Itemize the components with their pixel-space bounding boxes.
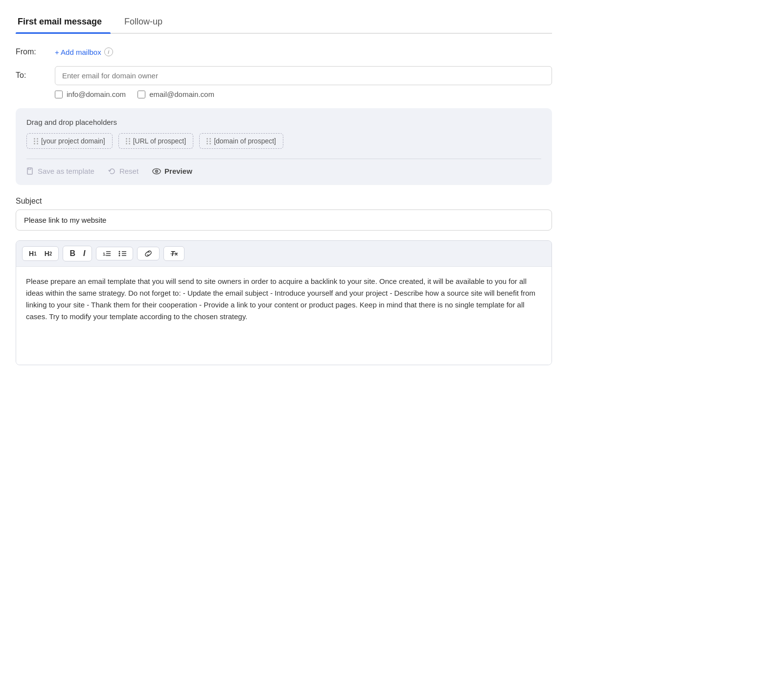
subject-input[interactable] bbox=[16, 210, 552, 231]
email-editor: H1 H2 B I 1. bbox=[16, 240, 552, 365]
link-group bbox=[137, 247, 160, 260]
h2-button[interactable]: H2 bbox=[41, 248, 56, 259]
unordered-list-button[interactable] bbox=[115, 248, 130, 259]
tab-followup[interactable]: Follow-up bbox=[122, 12, 171, 33]
text-style-group: B I bbox=[63, 246, 92, 261]
placeholder-panel: Drag and drop placeholders [your project… bbox=[16, 108, 552, 185]
to-row: To: info@domain.com email@domain.com bbox=[16, 66, 552, 98]
italic-button[interactable]: I bbox=[80, 247, 89, 260]
checkbox-info-email[interactable] bbox=[55, 91, 63, 98]
placeholder-chips: [your project domain] [URL of prospect] … bbox=[26, 133, 541, 149]
tab-bar: First email message Follow-up bbox=[16, 12, 552, 34]
ordered-list-button[interactable]: 1. bbox=[99, 248, 114, 259]
add-mailbox-button[interactable]: + Add mailbox bbox=[55, 48, 101, 56]
heading-group: H1 H2 bbox=[22, 246, 59, 261]
bold-button[interactable]: B bbox=[66, 247, 79, 260]
drag-icon bbox=[126, 138, 130, 144]
preview-icon bbox=[152, 168, 161, 175]
drag-icon bbox=[207, 138, 211, 144]
svg-point-10 bbox=[119, 253, 120, 255]
to-email-input[interactable] bbox=[55, 66, 552, 85]
to-label: To: bbox=[16, 66, 55, 80]
h1-button[interactable]: H1 bbox=[25, 248, 40, 259]
from-label: From: bbox=[16, 47, 55, 56]
checkbox-label-1: info@domain.com bbox=[67, 90, 126, 98]
placeholder-chip-project-domain[interactable]: [your project domain] bbox=[26, 133, 113, 149]
placeholder-chip-url-prospect[interactable]: [URL of prospect] bbox=[118, 133, 193, 149]
placeholder-chip-domain-prospect[interactable]: [domain of prospect] bbox=[199, 133, 283, 149]
subject-section: Subject bbox=[16, 197, 552, 240]
reset-icon bbox=[108, 167, 116, 175]
email-suggestions: info@domain.com email@domain.com bbox=[55, 90, 552, 98]
tab-first-email[interactable]: First email message bbox=[16, 12, 111, 33]
from-row: From: + Add mailbox i bbox=[16, 47, 552, 56]
to-input-area: info@domain.com email@domain.com bbox=[55, 66, 552, 98]
editor-body[interactable]: Please prepare an email template that yo… bbox=[16, 267, 552, 365]
subject-label: Subject bbox=[16, 197, 552, 206]
panel-divider bbox=[26, 159, 541, 159]
link-button[interactable] bbox=[140, 248, 156, 259]
save-as-template-button[interactable]: Save as template bbox=[26, 167, 94, 175]
list-group: 1. bbox=[96, 247, 133, 260]
clear-format-group: Tx bbox=[163, 246, 184, 261]
svg-point-4 bbox=[156, 171, 157, 172]
reset-button[interactable]: Reset bbox=[108, 167, 138, 175]
svg-point-11 bbox=[119, 255, 120, 257]
svg-text:1.: 1. bbox=[103, 252, 107, 257]
clear-format-button[interactable]: Tx bbox=[167, 248, 181, 259]
preview-button[interactable]: Preview bbox=[152, 167, 192, 175]
checkbox-item-1[interactable]: info@domain.com bbox=[55, 90, 126, 98]
placeholder-title: Drag and drop placeholders bbox=[26, 118, 541, 126]
info-icon[interactable]: i bbox=[104, 47, 113, 56]
svg-point-9 bbox=[119, 251, 120, 253]
editor-toolbar: H1 H2 B I 1. bbox=[16, 241, 552, 267]
drag-icon bbox=[34, 138, 38, 144]
checkbox-item-2[interactable]: email@domain.com bbox=[138, 90, 214, 98]
checkbox-email-email[interactable] bbox=[138, 91, 145, 98]
checkbox-label-2: email@domain.com bbox=[149, 90, 214, 98]
save-template-icon bbox=[26, 167, 34, 175]
panel-actions: Save as template Reset Preview bbox=[26, 167, 541, 175]
svg-rect-1 bbox=[28, 168, 31, 170]
